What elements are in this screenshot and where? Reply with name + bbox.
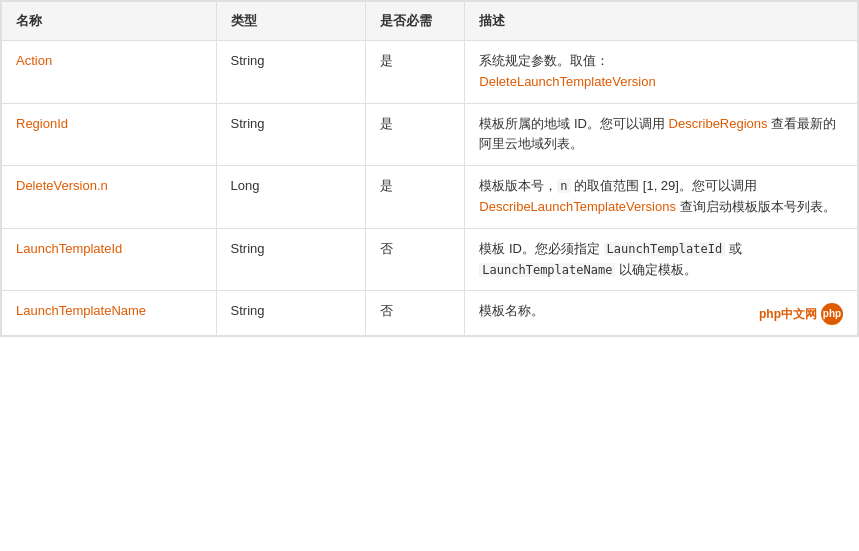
header-type: 类型 [216, 2, 365, 41]
launchtemplatename-link[interactable]: LaunchTemplateName [16, 303, 146, 318]
desc-link[interactable]: DescribeLaunchTemplateVersions [479, 199, 676, 214]
table-row: DeleteVersion.n Long 是 模板版本号，n 的取值范围 [1,… [2, 166, 858, 229]
table-row: LaunchTemplateId String 否 模板 ID。您必须指定 La… [2, 228, 858, 291]
header-required: 是否必需 [365, 2, 465, 41]
logo-area: php中文网 php [759, 303, 843, 325]
row-name: LaunchTemplateId [2, 228, 217, 291]
regionid-link[interactable]: RegionId [16, 116, 68, 131]
row-type: String [216, 291, 365, 336]
row-name: RegionId [2, 103, 217, 166]
row-type: String [216, 41, 365, 104]
row-name: DeleteVersion.n [2, 166, 217, 229]
table-row: LaunchTemplateName String 否 模板名称。 php中文网… [2, 291, 858, 336]
row-required: 否 [365, 228, 465, 291]
row-type: String [216, 103, 365, 166]
desc-link[interactable]: DescribeRegions [669, 116, 768, 131]
row-type: Long [216, 166, 365, 229]
table-row: RegionId String 是 模板所属的地域 ID。您可以调用 Descr… [2, 103, 858, 166]
logo-text: php中文网 [759, 305, 817, 324]
row-name: Action [2, 41, 217, 104]
desc-text: 系统规定参数。取值： [479, 53, 609, 68]
desc-text2: 的取值范围 [1, 29]。您可以调用 [571, 178, 757, 193]
desc-code: n [557, 179, 570, 193]
deleteversion-link[interactable]: DeleteVersion.n [16, 178, 108, 193]
api-params-table: 名称 类型 是否必需 描述 Action String 是 系统规定参数。取值：… [0, 0, 859, 337]
desc-suffix: 查询启动模板版本号列表。 [676, 199, 836, 214]
table-row: Action String 是 系统规定参数。取值： DeleteLaunchT… [2, 41, 858, 104]
row-desc: 系统规定参数。取值： DeleteLaunchTemplateVersion [465, 41, 858, 104]
desc-link[interactable]: DeleteLaunchTemplateVersion [479, 74, 655, 89]
desc-text: 模板 ID。您必须指定 [479, 241, 603, 256]
desc-suffix: 以确定模板。 [615, 262, 697, 277]
logo-icon: php [821, 303, 843, 325]
launchtemplateid-link[interactable]: LaunchTemplateId [16, 241, 122, 256]
action-link[interactable]: Action [16, 53, 52, 68]
row-required: 否 [365, 291, 465, 336]
desc-code1: LaunchTemplateId [604, 242, 726, 256]
desc-text: 模板版本号， [479, 178, 557, 193]
row-name: LaunchTemplateName [2, 291, 217, 336]
row-required: 是 [365, 103, 465, 166]
row-desc: 模板 ID。您必须指定 LaunchTemplateId 或 LaunchTem… [465, 228, 858, 291]
row-desc: 模板版本号，n 的取值范围 [1, 29]。您可以调用 DescribeLaun… [465, 166, 858, 229]
desc-text: 模板所属的地域 ID。您可以调用 [479, 116, 668, 131]
row-desc: 模板所属的地域 ID。您可以调用 DescribeRegions 查看最新的阿里… [465, 103, 858, 166]
row-type: String [216, 228, 365, 291]
row-required: 是 [365, 41, 465, 104]
header-desc: 描述 [465, 2, 858, 41]
desc-code2: LaunchTemplateName [479, 263, 615, 277]
row-desc: 模板名称。 php中文网 php [465, 291, 858, 336]
desc-text2: 或 [725, 241, 742, 256]
header-name: 名称 [2, 2, 217, 41]
desc-text: 模板名称。 [479, 301, 544, 322]
last-cell-container: 模板名称。 php中文网 php [479, 301, 843, 325]
row-required: 是 [365, 166, 465, 229]
